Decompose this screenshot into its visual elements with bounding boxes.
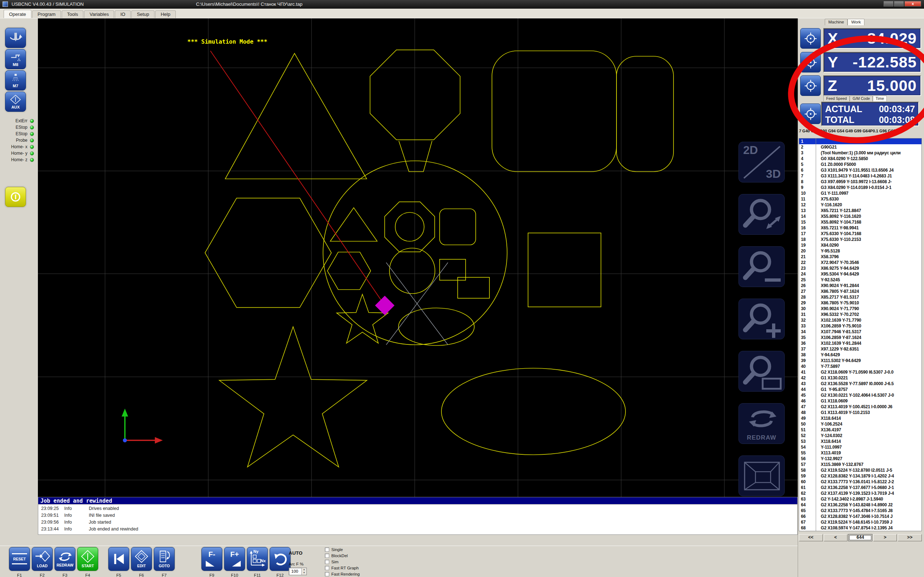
checkbox-icon[interactable]	[325, 554, 329, 558]
gcode-line[interactable]: 64 G2 X136.2258 Y-143.8248 I-4.8900 J2	[799, 502, 921, 508]
reset-button[interactable]: RESET	[9, 547, 30, 571]
view-3d-box-button[interactable]	[738, 456, 785, 496]
return-button[interactable]	[270, 547, 291, 571]
gcode-line[interactable]: 31 X96.5332 Y-70.2702	[799, 311, 921, 318]
axis-zero-button[interactable]	[800, 52, 821, 73]
page-next-button[interactable]: >	[873, 534, 897, 541]
gcode-line[interactable]: 35 X106.2859 Y-87.1624	[799, 335, 921, 340]
gcode-line[interactable]: 6 G3 X101.9479 Y-131.9551 I13.6506 J4	[799, 167, 921, 173]
zoom-window-button[interactable]	[738, 351, 785, 392]
gcode-line[interactable]: 53 X118.6414	[799, 438, 921, 444]
gcode-line[interactable]: 24 X95.5304 Y-94.6429	[799, 271, 921, 277]
gcode-line[interactable]: 45 G2 X130.0221 Y-102.4064 I-6.5307 J-0	[799, 392, 921, 398]
page-first-button[interactable]: <<	[799, 534, 823, 541]
menu-tab[interactable]: Variables	[84, 10, 114, 18]
gcode-line[interactable]: 10 G1 Y-111.0997	[799, 190, 921, 196]
coordinate-tab[interactable]: Work	[848, 19, 864, 25]
gcode-line[interactable]: 18 X75.6330 Y-110.2153	[799, 237, 921, 242]
info-tab[interactable]: G/M Code	[850, 95, 873, 102]
close-button[interactable]: x	[905, 1, 921, 6]
gcode-line[interactable]: 68 G2 X108.5974 Y-147.8754 I-2.1395 J4	[799, 525, 921, 531]
menu-tab[interactable]: Help	[155, 10, 176, 18]
gcode-line[interactable]: 14 X55.8092 Y-116.1620	[799, 213, 921, 219]
menu-tab[interactable]: Tools	[62, 10, 83, 18]
zoom-out-button[interactable]	[738, 246, 785, 287]
gcode-line[interactable]: 3 (Tool Number:1) (3.000 мм радиус цили	[799, 150, 921, 156]
checkbox-icon[interactable]	[325, 572, 329, 576]
gcode-line[interactable]: 8 G3 X97.6959 Y-103.9972 I-13.6608 J-	[799, 179, 921, 185]
info-tab[interactable]: Feed Speed	[823, 95, 850, 102]
zoom-extents-button[interactable]	[738, 194, 785, 235]
checkbox-icon[interactable]	[325, 566, 329, 570]
gcode-line[interactable]: 60 G2 X133.7773 Y-136.0141 I-5.8122 J-2	[799, 479, 921, 485]
axis-zero-button[interactable]	[800, 76, 821, 96]
gcode-line[interactable]: 17 X75.6330 Y-104.7168	[799, 231, 921, 237]
maximize-button[interactable]	[894, 1, 904, 6]
gcode-line[interactable]: 2 G90G21	[799, 144, 921, 150]
gcode-line[interactable]: 58 G2 X119.5224 Y-132.8780 I2.0511 J-5	[799, 467, 921, 473]
gcode-line[interactable]: 54 Y-111.0997	[799, 444, 921, 450]
gcode-line[interactable]: 20 Y-95.5128	[799, 248, 921, 254]
gcode-line[interactable]: 33 X106.2859 Y-75.9010	[799, 323, 921, 329]
gcode-line[interactable]: 47 G2 X113.4019 Y-100.4521 I-0.0000 J6	[799, 404, 921, 410]
gcode-line[interactable]: 52 Y-124.0302	[799, 433, 921, 438]
gcode-line[interactable]: 41 G2 X118.0609 Y-71.0590 I6.5307 J-0.0	[799, 369, 921, 375]
start-button[interactable]: START	[77, 547, 98, 571]
info-button[interactable]	[5, 187, 26, 207]
option-checkbox-row[interactable]: Single	[325, 546, 360, 553]
feed-increase-button[interactable]: F+	[224, 547, 245, 571]
gcode-line[interactable]: 50 Y-106.2524	[799, 421, 921, 427]
gcode-line[interactable]: 61 G2 X136.2258 Y-137.6677 I-5.0680 J-1	[799, 485, 921, 490]
spinner-arrows-icon[interactable]: ▲▼	[301, 568, 307, 575]
gcode-line[interactable]: 67 G2 X119.5224 Y-148.6145 I-10.7359 J	[799, 519, 921, 525]
toggle-2d-3d-button[interactable]: 2D 3D	[738, 142, 785, 182]
gcode-line[interactable]: 23 X86.9275 Y-94.6429	[799, 266, 921, 271]
gcode-line[interactable]: 49 X118.6414	[799, 416, 921, 421]
spindle-button[interactable]	[5, 28, 26, 48]
gcode-line[interactable]: 44 G1 Y-95.8757	[799, 387, 921, 392]
gcode-line[interactable]: 27 X86.7805 Y-87.1624	[799, 288, 921, 294]
gcode-line[interactable]: 13 X65.7211 Y-121.8847	[799, 208, 921, 213]
gcode-line[interactable]: 22 X72.9047 Y-70.3546	[799, 259, 921, 266]
page-prev-button[interactable]: <	[824, 534, 848, 541]
arc-f-spinner[interactable]: 100 ▲▼	[289, 567, 307, 575]
aux-button[interactable]: AUX	[5, 92, 26, 112]
checkbox-icon[interactable]	[325, 560, 329, 564]
gcode-line[interactable]: 26 X90.9024 Y-91.2844	[799, 283, 921, 288]
gcode-line[interactable]: 37 X97.1229 Y-92.6351	[799, 346, 921, 352]
option-checkbox-row[interactable]: Fast Rendering	[325, 571, 360, 577]
edit-button[interactable]: EDIT	[131, 547, 152, 571]
gcode-line[interactable]: 19 X84.0290	[799, 242, 921, 248]
coolant-m8-button[interactable]: M8	[5, 49, 26, 69]
option-checkbox-row[interactable]: Fast RT Graph	[325, 565, 360, 571]
gcode-line[interactable]: 28 X85.2717 Y-81.5317	[799, 294, 921, 300]
gcode-line[interactable]: 25 Y-92.5245	[799, 277, 921, 283]
gcode-line[interactable]: 57 X115.3869 Y-132.8767	[799, 462, 921, 467]
gcode-line[interactable]: 29 X86.7805 Y-75.9010	[799, 300, 921, 306]
gcode-line[interactable]: 34 X107.7946 Y-81.5317	[799, 329, 921, 335]
gcode-line[interactable]: 46 G1 X118.0609	[799, 398, 921, 404]
gcode-line[interactable]: 21 X58.3796	[799, 254, 921, 259]
menu-tab[interactable]: Program	[32, 10, 61, 18]
gcode-line[interactable]: 42 G1 X130.0221	[799, 375, 921, 381]
gcode-line[interactable]: 32 X102.1639 Y-71.7790	[799, 318, 921, 323]
gcode-line[interactable]: 11 X75.6330	[799, 196, 921, 202]
gcode-line[interactable]: 51 X136.4197	[799, 427, 921, 433]
gcode-line[interactable]: 9 G3 X84.0290 Y-114.0189 I-0.0154 J-1	[799, 185, 921, 190]
gcode-line[interactable]: 4 G0 X84.0290 Y-122.5850	[799, 156, 921, 161]
gcode-line[interactable]: 1	[799, 139, 921, 144]
axis-zero-button[interactable]	[800, 28, 821, 49]
gcode-line[interactable]: 16 X65.7211 Y-98.9941	[799, 225, 921, 231]
gcode-line[interactable]: 48 G1 X113.4019 Y-110.2153	[799, 410, 921, 416]
minimize-button[interactable]	[884, 1, 893, 6]
option-checkbox-row[interactable]: BlockDel	[325, 553, 360, 559]
gcode-line[interactable]: 7 G3 X111.3413 Y-114.0483 I-4.2683 J1	[799, 173, 921, 179]
gcode-line[interactable]: 15 X55.8092 Y-104.7168	[799, 219, 921, 225]
gcode-line[interactable]: 66 G2 X128.8382 Y-147.3046 I-10.7514 J	[799, 514, 921, 519]
gcode-line[interactable]: 63 G2 Y-142.3402 I-2.8987 J-1.5940	[799, 496, 921, 502]
toolpath-canvas[interactable]: *** Simulation Mode *** 2D 3D	[38, 18, 798, 497]
time-panel-button[interactable]	[800, 103, 821, 124]
gcode-line[interactable]: 5 G1 Z0.0000 F5000	[799, 161, 921, 167]
gcode-line[interactable]: 36 X102.1639 Y-91.2844	[799, 340, 921, 346]
load-button[interactable]: LOAD	[32, 547, 53, 571]
